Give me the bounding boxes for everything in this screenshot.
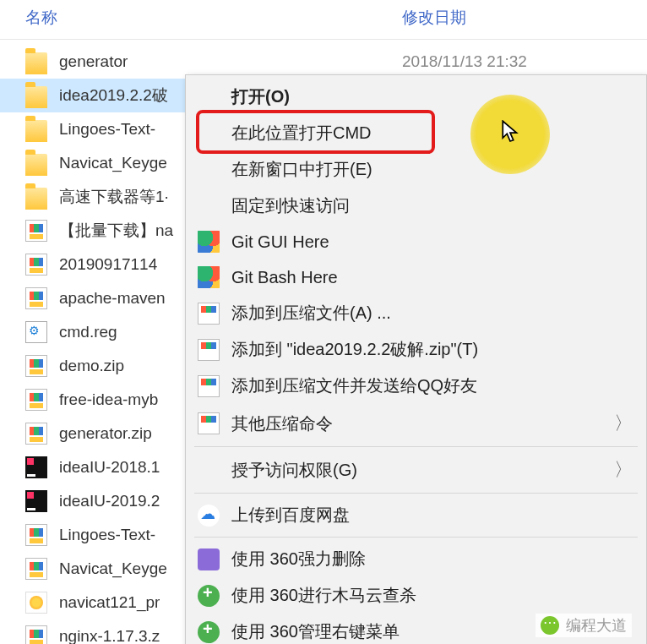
menu-open-new-window[interactable]: 在新窗口中打开(E) bbox=[188, 151, 644, 188]
menu-add-send-qq[interactable]: 添加到压缩文件并发送给QQ好友 bbox=[188, 368, 644, 404]
wechat-icon bbox=[541, 616, 559, 635]
watermark: 编程大道 bbox=[536, 614, 632, 637]
empty-icon bbox=[198, 123, 220, 145]
menu-label: Git Bash Here bbox=[231, 268, 633, 287]
menu-label: 在此位置打开CMD bbox=[231, 122, 633, 145]
menu-label: 使用 360强力删除 bbox=[231, 548, 633, 570]
empty-icon bbox=[198, 159, 220, 181]
menu-open[interactable]: 打开(O) bbox=[188, 79, 644, 115]
empty-icon bbox=[198, 459, 220, 481]
folder-icon bbox=[25, 86, 47, 108]
menu-label: 其他压缩命令 bbox=[231, 412, 614, 435]
menu-separator bbox=[194, 446, 638, 447]
folder-icon bbox=[25, 52, 47, 74]
menu-360-delete[interactable]: 使用 360强力删除 bbox=[188, 541, 644, 577]
archive-icon bbox=[198, 339, 220, 361]
menu-label: 在新窗口中打开(E) bbox=[231, 158, 633, 181]
menu-pin-quick-access[interactable]: 固定到快速访问 bbox=[188, 188, 644, 224]
menu-label: 使用 360进行木马云查杀 bbox=[231, 584, 633, 607]
column-header-date[interactable]: 修改日期 bbox=[402, 7, 622, 29]
menu-open-cmd-here[interactable]: 在此位置打开CMD bbox=[188, 115, 644, 151]
zip-icon bbox=[25, 423, 47, 445]
zip-icon bbox=[25, 254, 47, 276]
ij-icon bbox=[25, 490, 47, 512]
zip-icon bbox=[25, 524, 47, 546]
git-icon bbox=[198, 266, 220, 288]
menu-label: 固定到快速访问 bbox=[231, 194, 633, 217]
archive-icon bbox=[198, 412, 220, 434]
git-icon bbox=[198, 231, 220, 253]
menu-label: 打开(O) bbox=[231, 85, 633, 108]
zip-icon bbox=[25, 355, 47, 377]
folder-icon bbox=[25, 188, 47, 210]
shredder-icon bbox=[198, 548, 220, 570]
zip-icon bbox=[25, 389, 47, 411]
folder-icon bbox=[25, 120, 47, 142]
menu-label: 添加到压缩文件并发送给QQ好友 bbox=[231, 374, 633, 397]
zip-icon bbox=[25, 625, 47, 644]
archive-icon bbox=[198, 375, 220, 397]
shield-plus-icon bbox=[198, 621, 220, 643]
reg-icon bbox=[25, 321, 47, 343]
shield-plus-icon bbox=[198, 585, 220, 607]
column-header-row: 名称 修改日期 bbox=[0, 0, 647, 40]
chevron-right-icon: 〉 bbox=[614, 411, 633, 436]
archive-icon bbox=[198, 303, 220, 325]
zip-icon bbox=[25, 558, 47, 580]
menu-label: Git GUI Here bbox=[231, 232, 633, 252]
empty-icon bbox=[198, 86, 220, 108]
context-menu: 打开(O) 在此位置打开CMD 在新窗口中打开(E) 固定到快速访问 Git G… bbox=[185, 74, 647, 644]
menu-git-bash[interactable]: Git Bash Here bbox=[188, 259, 644, 295]
empty-icon bbox=[198, 195, 220, 217]
menu-separator bbox=[194, 493, 638, 494]
file-name: generator bbox=[59, 52, 402, 71]
menu-other-compress[interactable]: 其他压缩命令 〉 bbox=[188, 404, 644, 443]
menu-label: 添加到压缩文件(A) ... bbox=[231, 302, 633, 325]
menu-add-archive[interactable]: 添加到压缩文件(A) ... bbox=[188, 295, 644, 331]
file-date: 2018/11/13 21:32 bbox=[402, 52, 622, 71]
menu-baidu-upload[interactable]: 上传到百度网盘 bbox=[188, 497, 644, 533]
watermark-text: 编程大道 bbox=[566, 615, 627, 636]
menu-label: 添加到 "idea2019.2.2破解.zip"(T) bbox=[231, 338, 633, 361]
menu-label: 授予访问权限(G) bbox=[231, 459, 614, 482]
navicat-icon bbox=[25, 592, 47, 614]
menu-git-gui[interactable]: Git GUI Here bbox=[188, 224, 644, 259]
zip-icon bbox=[25, 220, 47, 242]
menu-add-zip[interactable]: 添加到 "idea2019.2.2破解.zip"(T) bbox=[188, 331, 644, 368]
menu-label: 上传到百度网盘 bbox=[231, 504, 633, 527]
ij-icon bbox=[25, 456, 47, 478]
menu-grant-access[interactable]: 授予访问权限(G) 〉 bbox=[188, 450, 644, 489]
zip-icon bbox=[25, 287, 47, 309]
column-header-name[interactable]: 名称 bbox=[25, 7, 402, 29]
chevron-right-icon: 〉 bbox=[614, 457, 633, 483]
folder-icon bbox=[25, 154, 47, 176]
cloud-icon bbox=[198, 505, 220, 527]
file-row[interactable]: generator2018/11/13 21:32 bbox=[0, 45, 647, 79]
menu-360-scan[interactable]: 使用 360进行木马云查杀 bbox=[188, 577, 644, 614]
menu-separator bbox=[194, 537, 638, 538]
